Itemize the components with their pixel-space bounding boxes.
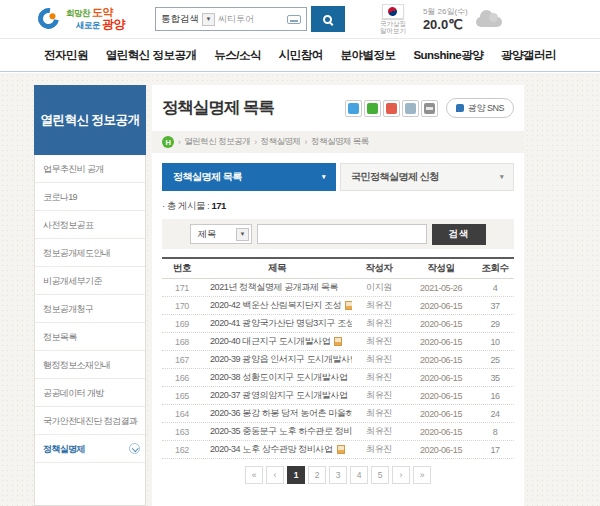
board-search-button[interactable]: 검색	[432, 224, 486, 245]
table-row[interactable]: 171 2021년 정책실명제 공개과제 목록 이지원 2021-05-26 4	[162, 279, 514, 297]
pagination-next-button[interactable]: ›	[392, 466, 410, 484]
row-views: 10	[476, 337, 514, 347]
breadcrumb-item[interactable]: › 열린혁신 정보공개	[174, 136, 250, 148]
pagination-page-button[interactable]: 4	[350, 466, 368, 484]
sidebar-item[interactable]: 코로나19	[35, 183, 145, 211]
table-row[interactable]: 170 2020-42 백운산 산림복지단지 조성 최유진 2020-06-15…	[162, 297, 514, 315]
row-number: 162	[162, 445, 202, 455]
nav-item[interactable]: 광양갤러리	[501, 48, 556, 63]
pagination-page-button[interactable]: 2	[308, 466, 326, 484]
page-title-row: 정책실명제 목록 광양 SNS	[152, 85, 524, 131]
row-title-link[interactable]: 2020-40 대근지구 도시개발사업	[202, 335, 352, 348]
breadcrumb-item[interactable]: › 정책실명제	[250, 136, 300, 148]
chevron-down-icon[interactable]: ▼	[202, 13, 215, 26]
national-symbol-link[interactable]: 국가상징 알아보기	[371, 4, 415, 35]
tab[interactable]: 정책실명제 목록 ▾	[162, 163, 336, 191]
sidebar-item[interactable]: 국가안전대진단 점검결과	[35, 407, 145, 435]
sidebar-item[interactable]: 공공데이터 개방	[35, 379, 145, 407]
pagination-page-button[interactable]: 3	[329, 466, 347, 484]
sidebar-item[interactable]: 정보목록	[35, 323, 145, 351]
board-search-input[interactable]	[257, 224, 427, 244]
site-header: 희망찬 도약 새로운 광양 통합검색 ▼ 국가상징 알아보기 5월 26일(수)…	[0, 0, 600, 38]
korea-flag-icon	[382, 4, 404, 19]
band-share-button[interactable]	[364, 100, 381, 117]
table-header-cell: 작성일	[406, 262, 476, 275]
gwangyang-sns-button[interactable]: 광양 SNS	[446, 98, 514, 118]
sidebar-item[interactable]: 업무추진비 공개	[35, 155, 145, 183]
weather-widget: 5월 26일(수) 20.0℃	[423, 6, 502, 32]
table-row[interactable]: 163 2020-35 중동분구 노후 하수관로 정비사업 최유진 2020-0…	[162, 423, 514, 441]
table-header-row: 번호제목작성자작성일조회수	[162, 257, 514, 279]
global-search-input[interactable]	[218, 14, 280, 24]
pagination-prev-button[interactable]: ‹	[266, 466, 284, 484]
pagination-page-button[interactable]: 5	[371, 466, 389, 484]
weather-temperature: 20.0℃	[423, 17, 468, 32]
sidebar-item[interactable]: 행정정보소재안내	[35, 351, 145, 379]
print-icon	[424, 103, 435, 114]
cloud-icon	[476, 17, 502, 27]
row-title-link[interactable]: 2020-42 백운산 산림복지단지 조성	[202, 299, 352, 312]
nav-item[interactable]: 뉴스/소식	[214, 48, 261, 63]
sidebar-item[interactable]: 정책실명제	[35, 435, 145, 463]
table-row[interactable]: 168 2020-40 대근지구 도시개발사업 최유진 2020-06-15 1…	[162, 333, 514, 351]
row-views: 37	[476, 301, 514, 311]
breadcrumb-items: › 열린혁신 정보공개 › 정책실명제 › 정책실명제 목록	[174, 136, 369, 148]
attachment-icon	[337, 445, 345, 454]
nav-item[interactable]: 열린혁신 정보공개	[106, 48, 197, 63]
nav-item[interactable]: 시민참여	[279, 48, 323, 63]
breadcrumb-item[interactable]: › 정책실명제 목록	[301, 136, 369, 148]
home-icon[interactable]: H	[162, 136, 174, 148]
total-count-line: · 총 게시물 : 171	[162, 200, 514, 213]
board-table: 번호제목작성자작성일조회수 171 2021년 정책실명제 공개과제 목록 이지…	[162, 257, 514, 459]
row-title-link[interactable]: 2020-36 봉강 하봉 당저 농어촌 마을하수..	[202, 407, 352, 420]
sidebar-item[interactable]: 비공개세부기준	[35, 267, 145, 295]
kakaostory-share-button[interactable]	[383, 100, 400, 117]
table-row[interactable]: 165 2020-37 광영의암지구 도시개발사업 최유진 2020-06-15…	[162, 387, 514, 405]
row-title-link[interactable]: 2020-35 중동분구 노후 하수관로 정비사업	[202, 425, 352, 438]
tab[interactable]: 국민정책실명제 신청 ▾	[340, 163, 514, 191]
row-views: 16	[476, 391, 514, 401]
twitter-share-button[interactable]	[345, 100, 362, 117]
pagination-page-button[interactable]: 1	[287, 466, 305, 484]
table-row[interactable]: 164 2020-36 봉강 하봉 당저 농어촌 마을하수.. 최유진 2020…	[162, 405, 514, 423]
row-title-link[interactable]: 2020-37 광영의암지구 도시개발사업	[202, 389, 352, 402]
nav-item[interactable]: 전자민원	[44, 48, 88, 63]
table-header-cell: 번호	[162, 262, 202, 275]
row-number: 170	[162, 301, 202, 311]
row-number: 164	[162, 409, 202, 419]
virtual-keyboard-icon[interactable]	[287, 15, 301, 24]
row-title-link[interactable]: 2020-41 광양국가산단 명당3지구 조성사업	[202, 317, 352, 330]
table-row[interactable]: 166 2020-38 성황도이지구 도시개발사업 최유진 2020-06-15…	[162, 369, 514, 387]
print-button[interactable]	[421, 100, 438, 117]
global-search-button[interactable]	[311, 6, 345, 32]
row-author: 최유진	[352, 389, 406, 402]
row-title-link[interactable]: 2020-34 노후 상수관망 정비사업	[202, 443, 352, 456]
row-date: 2020-06-15	[406, 409, 476, 419]
row-author: 최유진	[352, 443, 406, 456]
capture-button[interactable]	[402, 100, 419, 117]
row-date: 2020-06-15	[406, 337, 476, 347]
nav-item[interactable]: 분야별정보	[341, 48, 396, 63]
attachment-icon	[334, 337, 342, 346]
breadcrumb-separator: ›	[178, 137, 180, 147]
sidebar-item[interactable]: 정보공개청구	[35, 295, 145, 323]
main-panel: 정책실명제 목록 광양 SNS H	[152, 85, 524, 506]
table-row[interactable]: 167 2020-39 광양읍 인서지구 도시개발사업 최유진 2020-06-…	[162, 351, 514, 369]
table-row[interactable]: 169 2020-41 광양국가산단 명당3지구 조성사업 최유진 2020-0…	[162, 315, 514, 333]
row-title-link[interactable]: 2020-38 성황도이지구 도시개발사업	[202, 371, 352, 384]
row-title-link[interactable]: 2021년 정책실명제 공개과제 목록	[202, 281, 352, 294]
table-row[interactable]: 162 2020-34 노후 상수관망 정비사업 최유진 2020-06-15 …	[162, 441, 514, 459]
sidebar-item[interactable]: 정보공개제도안내	[35, 239, 145, 267]
sidebar-item[interactable]: 사전정보공표	[35, 211, 145, 239]
search-category-select[interactable]: 통합검색	[161, 13, 199, 26]
row-title-link[interactable]: 2020-39 광양읍 인서지구 도시개발사업	[202, 353, 352, 366]
site-logo[interactable]: 희망찬 도약 새로운 광양	[38, 7, 125, 31]
tabs: 정책실명제 목록 ▾ 국민정책실명제 신청 ▾	[162, 163, 514, 191]
chevron-down-icon: ▼	[236, 228, 249, 241]
search-field-select[interactable]: 제목 ▼	[190, 224, 252, 244]
row-date: 2020-06-15	[406, 445, 476, 455]
global-search-box: 통합검색 ▼	[155, 7, 307, 31]
nav-item[interactable]: Sunshine광양	[413, 48, 483, 63]
pagination-last-button[interactable]: »	[413, 466, 431, 484]
pagination-first-button[interactable]: «	[245, 466, 263, 484]
